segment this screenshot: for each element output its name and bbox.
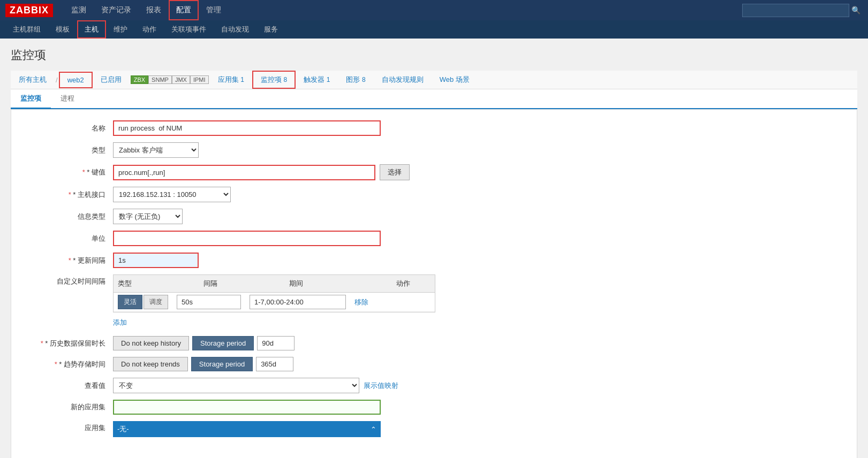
history-no-keep-btn[interactable]: Do not keep history: [113, 336, 189, 350]
name-row: 名称: [27, 120, 841, 136]
type-scheduled-btn[interactable]: 调度: [144, 295, 168, 309]
badge-snmp: SNMP: [148, 75, 172, 84]
remove-button[interactable]: 移除: [354, 297, 368, 307]
tab-enabled[interactable]: 已启用: [93, 71, 130, 88]
zabbix-logo: ZABBIX: [5, 4, 53, 17]
badge-zbx: ZBX: [131, 75, 148, 84]
select-button[interactable]: 选择: [380, 164, 410, 180]
schedule-period-input[interactable]: [250, 295, 346, 309]
subtab-items[interactable]: 监控项: [11, 89, 51, 109]
tab-web2[interactable]: web2: [59, 72, 93, 88]
nav-assets[interactable]: 资产记录: [94, 0, 139, 20]
nav-templates[interactable]: 模板: [48, 20, 77, 39]
nav-discovery[interactable]: 自动发现: [214, 20, 256, 39]
tab-discovery-rules[interactable]: 自动发现规则: [374, 71, 432, 88]
unit-label: 单位: [27, 234, 113, 243]
top-navigation: ZABBIX 监测 资产记录 报表 配置 管理 🔍: [0, 0, 868, 20]
key-input[interactable]: [113, 165, 375, 180]
type-select[interactable]: Zabbix 客户端: [113, 142, 199, 158]
nav-correlations[interactable]: 关联项事件: [164, 20, 214, 39]
type-row: 类型 Zabbix 客户端: [27, 142, 841, 158]
new-appset-input[interactable]: [113, 400, 381, 415]
nav-monitor[interactable]: 监测: [64, 0, 94, 20]
col-interval: 间隔: [199, 277, 285, 290]
schedule-header: 类型 间隔 期间 动作: [114, 275, 435, 293]
col-action: 动作: [392, 277, 435, 290]
valuemap-row: 查看值 不变 展示值映射: [27, 378, 841, 393]
interface-row: * * 主机接口 192.168.152.131 : 10050: [27, 187, 841, 202]
tab-web-scenarios[interactable]: Web 场景: [432, 71, 478, 88]
protocol-badges: ZBX SNMP JMX IPMI: [131, 75, 209, 84]
badge-ipmi: IPMI: [190, 75, 209, 84]
custom-schedule-row: 自定义时间间隔 类型 间隔 期间 动作 灵活 调度: [27, 274, 841, 330]
update-row: * * 更新间隔: [27, 253, 841, 268]
infotype-select[interactable]: 数字 (无正负): [113, 209, 183, 224]
chevron-up-icon: ⌃: [371, 425, 376, 433]
appset-row: 应用集 -无- ⌃: [27, 421, 841, 437]
unit-row: 单位: [27, 231, 841, 246]
trends-label: * * 趋势存储时间: [27, 360, 113, 369]
name-label: 名称: [27, 124, 113, 133]
host-tabs: 所有主机 / web2 已启用 ZBX SNMP JMX IPMI 应用集 1 …: [11, 71, 857, 89]
infotype-label: 信息类型: [27, 212, 113, 222]
appset-container: -无- ⌃: [113, 421, 381, 437]
name-input[interactable]: [113, 120, 381, 136]
history-toggle-group: Do not keep history Storage period: [113, 336, 295, 350]
nav-services[interactable]: 服务: [256, 20, 285, 39]
appset-select[interactable]: -无- ⌃: [113, 421, 381, 437]
nav-admin[interactable]: 管理: [199, 0, 229, 20]
update-input[interactable]: [113, 253, 199, 268]
tab-items[interactable]: 监控项 8: [252, 71, 296, 89]
subtab-process[interactable]: 进程: [51, 89, 84, 109]
valuemap-link[interactable]: 展示值映射: [364, 381, 398, 391]
schedule-interval-input[interactable]: [177, 295, 241, 309]
sub-tabs: 监控项 进程: [11, 89, 857, 109]
global-search-input[interactable]: [742, 4, 849, 17]
schedule-type-btns: 灵活 调度: [118, 295, 168, 309]
history-storage-btn[interactable]: Storage period: [192, 336, 254, 350]
page-title: 监控项: [11, 47, 857, 63]
trends-toggle-group: Do not keep trends Storage period: [113, 357, 293, 371]
infotype-row: 信息类型 数字 (无正负): [27, 209, 841, 224]
nav-maintenance[interactable]: 维护: [106, 20, 135, 39]
schedule-table: 类型 间隔 期间 动作 灵活 调度 移除: [113, 274, 435, 312]
col-type: 类型: [114, 277, 199, 290]
history-row: * * 历史数据保留时长 Do not keep history Storage…: [27, 336, 841, 350]
tab-separator: /: [55, 76, 59, 84]
key-row: * * 键值 选择: [27, 164, 841, 180]
tab-all-hosts[interactable]: 所有主机: [11, 71, 55, 88]
type-label: 类型: [27, 146, 113, 155]
nav-config[interactable]: 配置: [169, 0, 199, 20]
schedule-row: 灵活 调度 移除: [114, 293, 435, 312]
nav-reports[interactable]: 报表: [139, 0, 169, 20]
interface-select[interactable]: 192.168.152.131 : 10050: [113, 187, 231, 202]
nav-hosts[interactable]: 主机: [77, 20, 106, 39]
valuemap-label: 查看值: [27, 381, 113, 391]
custom-schedule-container: 类型 间隔 期间 动作 灵活 调度 移除: [113, 274, 435, 330]
new-appset-label: 新的应用集: [27, 402, 113, 412]
form-container: 名称 类型 Zabbix 客户端 * * 键值 选择 * * 主机接口 192.…: [11, 109, 857, 458]
nav-actions[interactable]: 动作: [135, 20, 164, 39]
col-period: 期间: [285, 277, 392, 290]
page-container: 监控项 所有主机 / web2 已启用 ZBX SNMP JMX IPMI 应用…: [0, 39, 868, 458]
tab-graphs[interactable]: 图形 8: [338, 71, 373, 88]
history-value-input[interactable]: [257, 336, 295, 350]
type-flexible-btn[interactable]: 灵活: [118, 295, 142, 309]
update-label: * * 更新间隔: [27, 256, 113, 265]
appset-label: 应用集: [27, 421, 113, 433]
tab-appset[interactable]: 应用集 1: [210, 71, 252, 88]
custom-schedule-label: 自定义时间间隔: [27, 274, 113, 286]
trends-row: * * 趋势存储时间 Do not keep trends Storage pe…: [27, 357, 841, 371]
trends-storage-btn[interactable]: Storage period: [191, 357, 253, 371]
history-label: * * 历史数据保留时长: [27, 339, 113, 348]
tab-triggers[interactable]: 触发器 1: [296, 71, 338, 88]
nav-hostgroups[interactable]: 主机群组: [5, 20, 48, 39]
new-appset-row: 新的应用集: [27, 400, 841, 415]
unit-input[interactable]: [113, 231, 381, 246]
valuemap-select[interactable]: 不变: [113, 378, 359, 393]
trends-value-input[interactable]: [256, 357, 293, 371]
trends-no-keep-btn[interactable]: Do not keep trends: [113, 357, 188, 371]
key-label: * * 键值: [27, 167, 113, 177]
add-schedule-button[interactable]: 添加: [113, 316, 127, 330]
search-button[interactable]: 🔍: [849, 6, 863, 14]
